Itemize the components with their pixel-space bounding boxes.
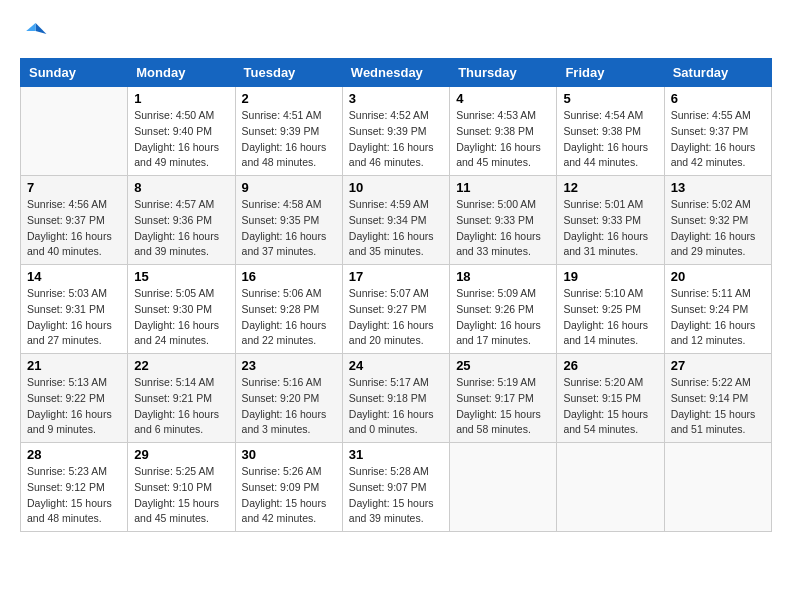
day-info: Sunrise: 5:26 AMSunset: 9:09 PMDaylight:…: [242, 464, 336, 527]
day-cell: 19Sunrise: 5:10 AMSunset: 9:25 PMDayligh…: [557, 265, 664, 354]
day-info: Sunrise: 5:14 AMSunset: 9:21 PMDaylight:…: [134, 375, 228, 438]
header-cell-saturday: Saturday: [664, 59, 771, 87]
header-row: SundayMondayTuesdayWednesdayThursdayFrid…: [21, 59, 772, 87]
day-info: Sunrise: 4:50 AMSunset: 9:40 PMDaylight:…: [134, 108, 228, 171]
day-cell: 27Sunrise: 5:22 AMSunset: 9:14 PMDayligh…: [664, 354, 771, 443]
day-cell: 15Sunrise: 5:05 AMSunset: 9:30 PMDayligh…: [128, 265, 235, 354]
day-cell: [450, 443, 557, 532]
day-number: 23: [242, 358, 336, 373]
day-number: 24: [349, 358, 443, 373]
day-number: 8: [134, 180, 228, 195]
week-row-1: 1Sunrise: 4:50 AMSunset: 9:40 PMDaylight…: [21, 87, 772, 176]
day-number: 26: [563, 358, 657, 373]
day-info: Sunrise: 4:52 AMSunset: 9:39 PMDaylight:…: [349, 108, 443, 171]
day-number: 18: [456, 269, 550, 284]
logo: [20, 20, 52, 48]
day-info: Sunrise: 4:54 AMSunset: 9:38 PMDaylight:…: [563, 108, 657, 171]
day-info: Sunrise: 4:55 AMSunset: 9:37 PMDaylight:…: [671, 108, 765, 171]
day-cell: 5Sunrise: 4:54 AMSunset: 9:38 PMDaylight…: [557, 87, 664, 176]
day-number: 21: [27, 358, 121, 373]
day-cell: 12Sunrise: 5:01 AMSunset: 9:33 PMDayligh…: [557, 176, 664, 265]
day-info: Sunrise: 4:51 AMSunset: 9:39 PMDaylight:…: [242, 108, 336, 171]
day-number: 28: [27, 447, 121, 462]
day-info: Sunrise: 4:59 AMSunset: 9:34 PMDaylight:…: [349, 197, 443, 260]
header-cell-thursday: Thursday: [450, 59, 557, 87]
day-number: 14: [27, 269, 121, 284]
day-cell: [557, 443, 664, 532]
day-cell: 22Sunrise: 5:14 AMSunset: 9:21 PMDayligh…: [128, 354, 235, 443]
day-number: 19: [563, 269, 657, 284]
day-number: 17: [349, 269, 443, 284]
day-number: 31: [349, 447, 443, 462]
day-cell: 3Sunrise: 4:52 AMSunset: 9:39 PMDaylight…: [342, 87, 449, 176]
day-cell: 9Sunrise: 4:58 AMSunset: 9:35 PMDaylight…: [235, 176, 342, 265]
day-info: Sunrise: 5:02 AMSunset: 9:32 PMDaylight:…: [671, 197, 765, 260]
day-number: 20: [671, 269, 765, 284]
day-number: 9: [242, 180, 336, 195]
day-info: Sunrise: 5:28 AMSunset: 9:07 PMDaylight:…: [349, 464, 443, 527]
header-cell-wednesday: Wednesday: [342, 59, 449, 87]
day-cell: 2Sunrise: 4:51 AMSunset: 9:39 PMDaylight…: [235, 87, 342, 176]
day-number: 11: [456, 180, 550, 195]
day-info: Sunrise: 5:22 AMSunset: 9:14 PMDaylight:…: [671, 375, 765, 438]
day-cell: 8Sunrise: 4:57 AMSunset: 9:36 PMDaylight…: [128, 176, 235, 265]
day-info: Sunrise: 4:56 AMSunset: 9:37 PMDaylight:…: [27, 197, 121, 260]
day-cell: 26Sunrise: 5:20 AMSunset: 9:15 PMDayligh…: [557, 354, 664, 443]
day-cell: 29Sunrise: 5:25 AMSunset: 9:10 PMDayligh…: [128, 443, 235, 532]
day-cell: 14Sunrise: 5:03 AMSunset: 9:31 PMDayligh…: [21, 265, 128, 354]
day-info: Sunrise: 5:03 AMSunset: 9:31 PMDaylight:…: [27, 286, 121, 349]
day-info: Sunrise: 5:16 AMSunset: 9:20 PMDaylight:…: [242, 375, 336, 438]
day-info: Sunrise: 4:53 AMSunset: 9:38 PMDaylight:…: [456, 108, 550, 171]
day-info: Sunrise: 5:11 AMSunset: 9:24 PMDaylight:…: [671, 286, 765, 349]
day-cell: 13Sunrise: 5:02 AMSunset: 9:32 PMDayligh…: [664, 176, 771, 265]
day-number: 2: [242, 91, 336, 106]
day-number: 5: [563, 91, 657, 106]
day-cell: 31Sunrise: 5:28 AMSunset: 9:07 PMDayligh…: [342, 443, 449, 532]
day-info: Sunrise: 5:06 AMSunset: 9:28 PMDaylight:…: [242, 286, 336, 349]
day-info: Sunrise: 5:07 AMSunset: 9:27 PMDaylight:…: [349, 286, 443, 349]
day-cell: 20Sunrise: 5:11 AMSunset: 9:24 PMDayligh…: [664, 265, 771, 354]
day-cell: 24Sunrise: 5:17 AMSunset: 9:18 PMDayligh…: [342, 354, 449, 443]
day-number: 1: [134, 91, 228, 106]
day-number: 12: [563, 180, 657, 195]
day-info: Sunrise: 5:17 AMSunset: 9:18 PMDaylight:…: [349, 375, 443, 438]
day-info: Sunrise: 5:23 AMSunset: 9:12 PMDaylight:…: [27, 464, 121, 527]
week-row-3: 14Sunrise: 5:03 AMSunset: 9:31 PMDayligh…: [21, 265, 772, 354]
day-cell: 7Sunrise: 4:56 AMSunset: 9:37 PMDaylight…: [21, 176, 128, 265]
day-info: Sunrise: 5:25 AMSunset: 9:10 PMDaylight:…: [134, 464, 228, 527]
day-cell: 17Sunrise: 5:07 AMSunset: 9:27 PMDayligh…: [342, 265, 449, 354]
day-number: 16: [242, 269, 336, 284]
svg-marker-0: [36, 23, 47, 34]
header-cell-sunday: Sunday: [21, 59, 128, 87]
logo-icon: [20, 20, 48, 48]
header-cell-tuesday: Tuesday: [235, 59, 342, 87]
header-cell-monday: Monday: [128, 59, 235, 87]
day-cell: [664, 443, 771, 532]
day-cell: 21Sunrise: 5:13 AMSunset: 9:22 PMDayligh…: [21, 354, 128, 443]
day-info: Sunrise: 5:00 AMSunset: 9:33 PMDaylight:…: [456, 197, 550, 260]
day-info: Sunrise: 4:57 AMSunset: 9:36 PMDaylight:…: [134, 197, 228, 260]
day-cell: 30Sunrise: 5:26 AMSunset: 9:09 PMDayligh…: [235, 443, 342, 532]
calendar-table: SundayMondayTuesdayWednesdayThursdayFrid…: [20, 58, 772, 532]
day-cell: 6Sunrise: 4:55 AMSunset: 9:37 PMDaylight…: [664, 87, 771, 176]
day-number: 15: [134, 269, 228, 284]
day-number: 22: [134, 358, 228, 373]
day-number: 10: [349, 180, 443, 195]
day-number: 30: [242, 447, 336, 462]
day-info: Sunrise: 5:05 AMSunset: 9:30 PMDaylight:…: [134, 286, 228, 349]
week-row-4: 21Sunrise: 5:13 AMSunset: 9:22 PMDayligh…: [21, 354, 772, 443]
header: [20, 20, 772, 48]
svg-marker-1: [26, 23, 35, 31]
day-cell: 16Sunrise: 5:06 AMSunset: 9:28 PMDayligh…: [235, 265, 342, 354]
day-info: Sunrise: 5:13 AMSunset: 9:22 PMDaylight:…: [27, 375, 121, 438]
day-cell: 4Sunrise: 4:53 AMSunset: 9:38 PMDaylight…: [450, 87, 557, 176]
day-number: 7: [27, 180, 121, 195]
day-number: 29: [134, 447, 228, 462]
day-cell: 1Sunrise: 4:50 AMSunset: 9:40 PMDaylight…: [128, 87, 235, 176]
day-info: Sunrise: 5:01 AMSunset: 9:33 PMDaylight:…: [563, 197, 657, 260]
day-cell: 28Sunrise: 5:23 AMSunset: 9:12 PMDayligh…: [21, 443, 128, 532]
week-row-5: 28Sunrise: 5:23 AMSunset: 9:12 PMDayligh…: [21, 443, 772, 532]
day-info: Sunrise: 4:58 AMSunset: 9:35 PMDaylight:…: [242, 197, 336, 260]
day-cell: 18Sunrise: 5:09 AMSunset: 9:26 PMDayligh…: [450, 265, 557, 354]
day-cell: 11Sunrise: 5:00 AMSunset: 9:33 PMDayligh…: [450, 176, 557, 265]
